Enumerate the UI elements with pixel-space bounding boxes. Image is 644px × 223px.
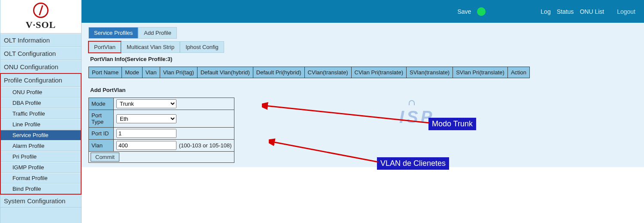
- nav-group[interactable]: ONU Configuration: [0, 60, 81, 73]
- nav: OLT InformationOLT ConfigurationONU Conf…: [0, 34, 81, 208]
- add-portvlan-form: Mode Trunk Port Type Eth: [88, 98, 234, 163]
- nav-logout[interactable]: Logout: [617, 8, 635, 15]
- portid-input[interactable]: [116, 129, 176, 138]
- portvlan-info-heading: PortVlan Info(Service Profile:3): [90, 56, 637, 62]
- porttype-select[interactable]: Eth: [116, 114, 176, 123]
- nav-sub-item[interactable]: Format Profile: [0, 173, 81, 183]
- nav-group[interactable]: Profile Configuration: [0, 73, 81, 87]
- tab-primary[interactable]: Service Profiles: [88, 27, 138, 39]
- column-header: CVlan Pri(translate): [351, 67, 406, 78]
- nav-group[interactable]: OLT Information: [0, 34, 81, 47]
- logo: V·SOL: [0, 0, 81, 34]
- mode-label: Mode: [89, 98, 114, 110]
- column-header: Mode: [122, 67, 143, 78]
- portvlan-info-table: Port NameModeVlanVlan Pri(tag)Default Vl…: [88, 67, 530, 78]
- mode-select[interactable]: Trunk: [116, 99, 176, 108]
- nav-sub-item[interactable]: Pri Profile: [0, 151, 81, 162]
- nav-sub-item[interactable]: Traffic Profile: [0, 108, 81, 119]
- tabs-primary: Service ProfilesAdd Profile: [88, 27, 637, 39]
- nav-log[interactable]: Log: [541, 8, 550, 15]
- nav-group[interactable]: OLT Configuration: [0, 47, 81, 60]
- nav-sub-item[interactable]: Alarm Profile: [0, 141, 81, 151]
- vlan-hint: (100-103 or 105-108): [179, 142, 232, 149]
- status-dot-icon: [477, 7, 486, 16]
- nav-status[interactable]: Status: [557, 8, 574, 15]
- table-header-row: Port NameModeVlanVlan Pri(tag)Default Vl…: [89, 67, 530, 78]
- nav-onulist[interactable]: ONU List: [580, 8, 604, 15]
- tabs-secondary: PortVlanMulticast Vlan StripIphost Confi…: [88, 41, 637, 53]
- column-header: Default Vlan(hybrid): [197, 67, 253, 78]
- tab-secondary[interactable]: Iphost Config: [180, 41, 224, 53]
- column-header: CVlan(translate): [304, 67, 351, 78]
- nav-sub-item[interactable]: Service Profile: [0, 130, 81, 141]
- logo-text: V·SOL: [26, 19, 56, 31]
- porttype-label: Port Type: [89, 110, 114, 128]
- logo-icon: [33, 3, 49, 18]
- nav-sub-item[interactable]: ONU Profile: [0, 87, 81, 98]
- column-header: Vlan: [142, 67, 160, 78]
- add-portvlan-heading: Add PortVlan: [90, 87, 637, 93]
- column-header: Port Name: [89, 67, 122, 78]
- column-header: Default Pri(hybrid): [253, 67, 304, 78]
- nav-sub-item[interactable]: Bind Profile: [0, 183, 81, 194]
- annotation-modo-trunk: Modo Trunk: [428, 118, 476, 130]
- content: Service ProfilesAdd Profile PortVlanMult…: [82, 23, 644, 167]
- save-button[interactable]: Save: [457, 8, 471, 15]
- commit-button[interactable]: Commit: [91, 153, 119, 162]
- column-header: Vlan Pri(tag): [160, 67, 197, 78]
- column-header: Action: [507, 67, 529, 78]
- column-header: SVlan Pri(translate): [453, 67, 508, 78]
- tab-primary[interactable]: Add Profile: [138, 27, 177, 39]
- tab-secondary[interactable]: Multicast Vlan Strip: [121, 41, 180, 53]
- sidebar: V·SOL OLT InformationOLT ConfigurationON…: [0, 0, 82, 223]
- topbar: Save Log Status ONU List Logout: [82, 0, 644, 23]
- annotation-vlan-clientes: VLAN de Clienetes: [377, 157, 449, 170]
- nav-sub-item[interactable]: DBA Profile: [0, 98, 81, 108]
- column-header: SVlan(translate): [406, 67, 453, 78]
- nav-sub-item[interactable]: IGMP Profile: [0, 162, 81, 173]
- vlan-input[interactable]: [116, 141, 176, 150]
- tab-secondary[interactable]: PortVlan: [88, 41, 121, 53]
- nav-sub-item[interactable]: Line Profile: [0, 119, 81, 130]
- nav-group[interactable]: System Configuration: [0, 194, 81, 208]
- vlan-label: Vlan: [89, 140, 114, 152]
- portid-label: Port ID: [89, 128, 114, 140]
